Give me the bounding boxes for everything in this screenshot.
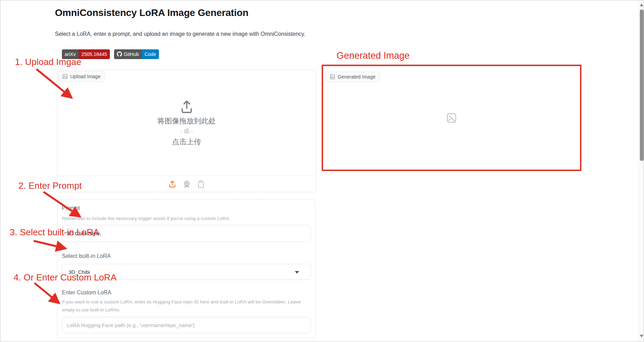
upload-icon [179,99,195,114]
annotation-step2: 2. Enter Prompt [18,180,82,191]
page-subtitle: Select a LoRA, enter a prompt, and uploa… [55,31,305,37]
clipboard-icon [197,180,205,188]
annotation-step3: 3. Select built-in LoRA [10,227,99,238]
paste-clipboard-button[interactable] [196,180,206,189]
custom-lora-input[interactable] [62,317,311,333]
prompt-label: Prompt [62,205,80,211]
upload-image-component: Upload Image 将图像拖放到此处 - 或 - 点击上传 [57,70,316,192]
annotation-step1: 1. Upload Imgae [15,57,81,67]
prompt-helper-text: Remember to include the necessary trigge… [62,215,230,223]
builtin-lora-label: Select built-in LoRA [62,253,111,259]
custom-lora-helper-text: If you want to use a custom LoRA, enter … [62,298,309,314]
image-placeholder-icon [447,113,456,123]
page-title: OmniConsistency LoRA Image Generation [55,7,248,18]
github-badge-value: Code [142,49,159,59]
upload-source-button[interactable] [168,180,177,189]
source-select-row [57,176,316,192]
arxiv-badge-value: 2505.18445 [79,49,110,59]
click-upload-text: 点击上传 [172,137,201,147]
scroll-down-arrow-icon[interactable] [640,335,643,337]
annotation-step4: 4. Or Enter Custom LoRA [14,272,116,283]
scrollbar [638,0,644,342]
app-page: OmniConsistency LoRA Image Generation Se… [0,0,644,342]
drop-here-text: 将图像拖放到此处 [158,116,216,126]
annotation-generated-image: Generated Image [337,50,410,61]
upload-source-icon [168,180,176,188]
prompt-input[interactable] [62,225,311,242]
github-octocat-icon [117,51,122,57]
generated-image-component: Generated Image [324,67,579,169]
github-badge[interactable]: GitHub Code [114,49,159,59]
chevron-down-icon [295,271,299,274]
webcam-icon [183,180,191,188]
upload-dropzone[interactable]: 将图像拖放到此处 - 或 - 点击上传 [57,70,316,176]
scroll-up-arrow-icon[interactable] [640,3,643,6]
output-image-area [324,67,579,169]
github-badge-label: GitHub [124,52,139,57]
webcam-source-button[interactable] [182,180,191,189]
scrollbar-thumb[interactable] [640,9,644,161]
or-text: - 或 - [180,128,193,135]
arrow-step4 [34,283,58,302]
settings-panel: Prompt Remember to include the necessary… [57,200,316,338]
custom-lora-label: Enter Custom LoRA [62,290,111,296]
